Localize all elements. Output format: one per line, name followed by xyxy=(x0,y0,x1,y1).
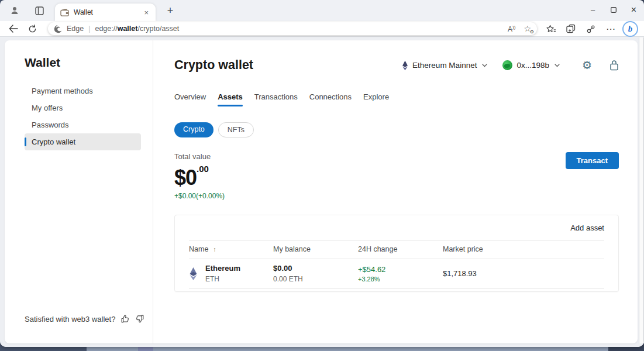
total-value-amount: $0.00 xyxy=(174,164,225,190)
col-24h-change[interactable]: 24H change xyxy=(358,245,443,253)
navigation-toolbar: Edge | edge://wallet/crypto/asset A)) ☆⚙… xyxy=(0,21,644,37)
gear-icon[interactable]: ⚙ xyxy=(582,60,592,71)
sort-up-icon: ↑ xyxy=(213,246,216,253)
tab-explore[interactable]: Explore xyxy=(363,92,389,106)
page-title: Crypto wallet xyxy=(174,58,253,73)
wallet-tabs: Overview Assets Transactions Connections… xyxy=(174,92,619,106)
refresh-icon[interactable] xyxy=(25,22,40,36)
col-name[interactable]: Name xyxy=(189,245,208,253)
total-value-change: +$0.00(+0.00%) xyxy=(174,192,225,200)
tab-actions-icon[interactable] xyxy=(32,3,47,18)
ethereum-icon xyxy=(402,60,408,71)
favorites-icon[interactable] xyxy=(543,22,559,36)
feedback-question: Satisfied with web3 wallet? xyxy=(25,315,115,324)
col-my-balance[interactable]: My balance xyxy=(273,245,358,253)
filter-nfts[interactable]: NFTs xyxy=(218,122,254,137)
network-selector[interactable]: Ethereum Mainnet xyxy=(402,60,487,71)
ethereum-icon xyxy=(189,267,198,281)
page-scrollbar[interactable] xyxy=(639,37,644,343)
filter-crypto[interactable]: Crypto xyxy=(174,122,213,137)
browser-tab[interactable]: Wallet × xyxy=(55,4,156,21)
sidebar: Wallet Payment methods My offers Passwor… xyxy=(5,40,153,343)
maximize-button[interactable] xyxy=(603,0,624,20)
tab-title: Wallet xyxy=(74,8,142,16)
sidebar-item-crypto-wallet[interactable]: Crypto wallet xyxy=(25,133,141,150)
balance-usd: $0.00 xyxy=(273,264,358,273)
asset-name: Ethereum xyxy=(205,264,240,273)
url-divider: | xyxy=(88,25,90,33)
total-value-label: Total value xyxy=(174,152,225,161)
add-asset-link[interactable]: Add asset xyxy=(570,223,604,232)
address-bar[interactable]: Edge | edge://wallet/crypto/asset A)) ☆⚙ xyxy=(48,22,537,35)
read-aloud-icon[interactable]: A)) xyxy=(508,25,515,33)
profile-icon[interactable] xyxy=(7,3,22,18)
wallet-card: Wallet Payment methods My offers Passwor… xyxy=(5,40,638,343)
tab-overview[interactable]: Overview xyxy=(174,92,206,106)
wallet-page: Wallet Payment methods My offers Passwor… xyxy=(0,37,644,347)
thumbs-down-icon[interactable] xyxy=(135,314,144,324)
chevron-down-icon xyxy=(482,64,487,67)
assets-section: Add asset Name↑ My balance 24H change Ma… xyxy=(174,215,619,292)
market-price: $1,718.93 xyxy=(443,269,604,278)
sidebar-item-my-offers[interactable]: My offers xyxy=(25,99,141,116)
collections-icon[interactable] xyxy=(563,22,579,36)
wallet-favicon-icon xyxy=(60,9,69,16)
asset-symbol: ETH xyxy=(205,275,240,283)
minimize-button[interactable]: – xyxy=(583,0,603,20)
lock-icon[interactable] xyxy=(609,60,619,71)
close-tab-icon[interactable]: × xyxy=(142,8,150,17)
asset-row-ethereum[interactable]: Ethereum ETH $0.00 0.00 ETH +$54.62 +3.2… xyxy=(189,259,604,289)
key-icon[interactable] xyxy=(583,22,599,36)
settings-menu-icon[interactable]: ⋯ xyxy=(602,22,619,36)
back-icon[interactable] xyxy=(6,22,21,36)
browser-window: Wallet × + – × Edge | edge://wallet/cryp… xyxy=(0,0,644,347)
site-name: Edge xyxy=(67,25,84,33)
col-market-price[interactable]: Market price xyxy=(443,245,604,253)
url-text: edge://wallet/crypto/asset xyxy=(95,25,179,33)
bing-chat-icon[interactable]: b xyxy=(622,21,638,37)
sidebar-item-passwords[interactable]: Passwords xyxy=(25,116,141,133)
new-tab-button[interactable]: + xyxy=(163,3,178,18)
change-usd: +$54.62 xyxy=(358,265,443,274)
transact-button[interactable]: Transact xyxy=(566,152,619,169)
tab-assets[interactable]: Assets xyxy=(218,92,243,106)
account-selector[interactable]: 0x...198b xyxy=(502,60,560,70)
change-percent: +3.28% xyxy=(358,276,443,283)
tab-transactions[interactable]: Transactions xyxy=(254,92,298,106)
account-avatar xyxy=(502,60,512,70)
balance-token: 0.00 ETH xyxy=(273,275,358,283)
tab-connections[interactable]: Connections xyxy=(309,92,352,106)
assets-table-header: Name↑ My balance 24H change Market price xyxy=(189,240,604,259)
close-window-button[interactable]: × xyxy=(624,0,644,20)
network-label: Ethereum Mainnet xyxy=(412,61,477,70)
sidebar-title: Wallet xyxy=(25,56,153,70)
edge-logo-icon xyxy=(54,25,63,33)
chevron-down-icon xyxy=(555,64,560,67)
sidebar-item-payment-methods[interactable]: Payment methods xyxy=(25,82,141,99)
thumbs-up-icon[interactable] xyxy=(120,314,130,324)
main-content: Crypto wallet Ethereum Mainnet xyxy=(153,40,638,343)
favorites-star-gear-icon[interactable]: ☆⚙ xyxy=(524,24,531,33)
window-controls: – × xyxy=(583,0,644,20)
title-bar: Wallet × + – × xyxy=(0,0,644,21)
account-label: 0x...198b xyxy=(516,61,549,70)
